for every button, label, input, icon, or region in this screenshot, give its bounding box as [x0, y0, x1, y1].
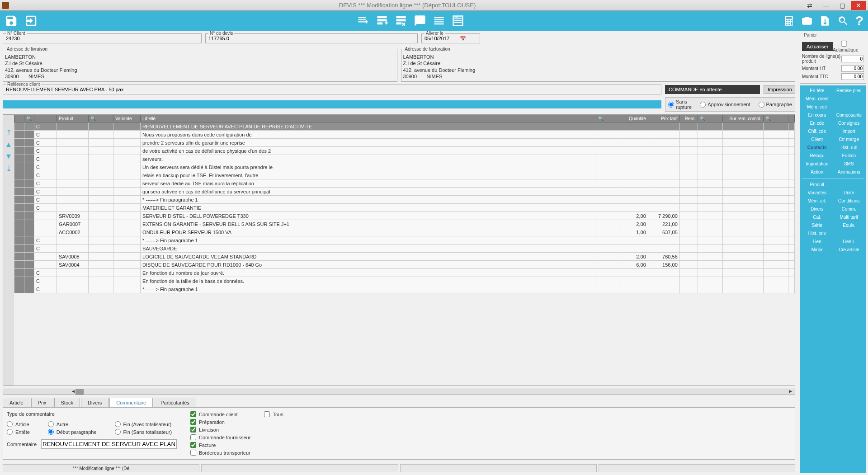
radio-type-entete[interactable]: Entête [7, 429, 30, 435]
tab-stock[interactable]: Stock [54, 398, 80, 407]
arrow-up-icon[interactable]: ▲ [5, 141, 12, 149]
mi-variantes[interactable]: Variantes [802, 189, 833, 196]
radio-type-article[interactable]: Article [7, 421, 30, 427]
mi-histrub[interactable]: Hist. rub [834, 144, 865, 151]
ref-client-input[interactable] [5, 86, 659, 93]
mi-encde[interactable]: En cde [802, 120, 833, 127]
exit-icon[interactable] [24, 14, 38, 28]
calculator-icon[interactable] [783, 15, 795, 27]
chk-livraison[interactable]: Livraison [190, 427, 250, 433]
mi-histprix[interactable]: Hist. prix [802, 230, 833, 237]
table-row[interactable]: C Nous vous proposons dans cette configu… [14, 131, 795, 139]
radio-type-debut[interactable]: Début paragraphe [48, 429, 97, 435]
table-row[interactable]: C relais en backup pour le TSE. Et inver… [14, 171, 795, 179]
table-row[interactable]: C * ------> Fin paragraphe 1 [14, 236, 795, 245]
mi-edition[interactable]: Edition [834, 152, 865, 159]
arrow-bottom-icon[interactable]: ⤓ [6, 164, 12, 173]
mi-cond[interactable]: Conditions [834, 198, 865, 204]
mi-lien[interactable]: Lien [802, 238, 833, 245]
tab-commentaire[interactable]: Commentaire [109, 398, 153, 407]
mi-consignes[interactable]: Consignes [834, 120, 865, 127]
chat-icon[interactable] [414, 14, 426, 27]
table-row[interactable]: C * ------> Fin paragraphe 1 [14, 285, 795, 293]
mi-encours[interactable]: En cours [802, 112, 833, 118]
mi-produit[interactable]: Produit [802, 181, 833, 188]
table-row[interactable]: C prendre 2 serveurs afin de garantir un… [14, 139, 795, 147]
table-row[interactable]: GAR0007 EXTENSION GARANTIE - SERVEUR DEL… [14, 220, 795, 228]
table-row[interactable]: C serveurs. [14, 155, 795, 163]
radio-paragraphe[interactable]: Paragraphe [759, 102, 793, 108]
mi-memcde[interactable]: Mém. cde [802, 103, 833, 110]
chk-facture[interactable]: Facture [190, 442, 250, 448]
mi-chif[interactable]: Chif. cde [802, 128, 833, 135]
save-icon[interactable] [5, 14, 18, 28]
commande-attente-button[interactable]: COMMANDE en attente [665, 85, 760, 94]
help-icon[interactable]: ? [855, 13, 863, 28]
table-row[interactable]: SRV0009 SERVEUR DISTEL - DELL POWEREDGE … [14, 212, 795, 220]
table-row[interactable]: C Un des serveurs sera dédié à Distel ma… [14, 163, 795, 171]
table-row[interactable]: C En fonction du nombre de jour ouvré. [14, 269, 795, 277]
mi-importation[interactable]: Importation [802, 160, 833, 167]
alivrer-input[interactable] [424, 35, 460, 42]
horizontal-scrollbar[interactable]: ◄► [3, 389, 795, 395]
tab-particularites[interactable]: Particularités [154, 398, 196, 407]
table-row[interactable]: C qui sera activée en cas de défaillance… [14, 188, 795, 196]
mi-import[interactable]: Import [834, 128, 865, 135]
minimize-icon[interactable]: — [818, 1, 834, 10]
camera-icon[interactable] [801, 15, 813, 27]
mi-composants[interactable]: Composants [834, 112, 865, 118]
insert-row-icon[interactable] [376, 14, 388, 27]
search-icon[interactable] [837, 15, 849, 27]
mi-creart[interactable]: Cré.article [834, 246, 865, 253]
radio-type-fin-sans[interactable]: Fin (Sans totalisateur) [115, 429, 172, 435]
arrow-top-icon[interactable]: ⤒ [6, 128, 12, 137]
tab-divers[interactable]: Divers [81, 398, 108, 407]
table-row[interactable]: C * ------> Fin paragraphe 1 [14, 196, 795, 204]
mi-contacts[interactable]: Contacts [802, 144, 833, 151]
mi-anim[interactable]: Animations [834, 169, 865, 175]
actualiser-button[interactable]: Actualiser [802, 42, 833, 51]
table-row[interactable]: C serveur sera dédié au TSE mais aura la… [14, 179, 795, 188]
mi-client[interactable]: Client [802, 136, 833, 143]
chk-automatique[interactable]: Automatique [833, 41, 864, 52]
add-row-icon[interactable] [357, 14, 369, 27]
table-row[interactable]: C de votre activité en cas de défaillanc… [14, 147, 795, 155]
radio-type-autre[interactable]: Autre [48, 421, 97, 427]
mi-miroir[interactable]: Miroir [802, 246, 833, 253]
chk-bordereau[interactable]: Bordereau transporteur [190, 450, 250, 456]
radio-appro[interactable]: Approvisionnement [700, 102, 750, 108]
mi-equiv[interactable]: Equiv. [834, 222, 865, 229]
mi-memclient[interactable]: Mém. client [802, 95, 833, 102]
radio-type-fin-tot[interactable]: Fin (Avec totalisateur) [115, 421, 172, 427]
maximize-icon[interactable]: ▢ [835, 1, 850, 10]
mi-lienl[interactable]: Lien L [834, 238, 865, 245]
client-no-input[interactable] [5, 35, 199, 42]
chk-preparation[interactable]: Préparation [190, 419, 250, 425]
table-row[interactable]: C En fonction de la taille de la base de… [14, 277, 795, 285]
mi-sms[interactable]: SMS [834, 160, 865, 167]
table-row[interactable]: C SAUVEGARDE [14, 245, 795, 253]
table-row[interactable]: ACC0002 ONDULEUR POUR SERVEUR 1500 VA 1,… [14, 228, 795, 236]
restore-icon[interactable]: ⇄ [802, 1, 817, 10]
mi-action[interactable]: Action [802, 169, 833, 175]
mi-entete[interactable]: En-tête [802, 87, 833, 94]
radio-sans-rupture[interactable]: Sans rupture [668, 99, 692, 110]
close-icon[interactable]: ✕ [851, 1, 866, 10]
mi-recap[interactable]: Récap. [802, 152, 833, 159]
table-row[interactable]: C RENOUVELLEMENT DE SERVEUR AVEC PLAN DE… [14, 122, 795, 131]
chk-cmd-client[interactable]: Commande client [190, 411, 250, 417]
lines-grid[interactable]: 🔍 Produit 🔍 Variante Libellé 🔍 Quantité … [14, 115, 795, 386]
mi-remise[interactable]: Remise pied [834, 87, 865, 94]
commentaire-input[interactable] [41, 439, 177, 449]
mi-unite[interactable]: Unité [834, 189, 865, 196]
table-row[interactable]: SAV0004 DISQUE DE SAUVEGARDE POUR RD1000… [14, 261, 795, 269]
impression-button[interactable]: Impression [764, 85, 795, 94]
mi-multi[interactable]: Multi tarif [834, 214, 865, 221]
tab-prix[interactable]: Prix [31, 398, 53, 407]
delete-row-icon[interactable] [395, 14, 407, 27]
export-icon[interactable] [819, 15, 831, 27]
mi-cal[interactable]: Cal. [802, 214, 833, 221]
mi-serie[interactable]: Série [802, 222, 833, 229]
calendar-icon[interactable]: 📅 [460, 36, 466, 42]
chk-tous[interactable]: Tous [264, 411, 283, 417]
